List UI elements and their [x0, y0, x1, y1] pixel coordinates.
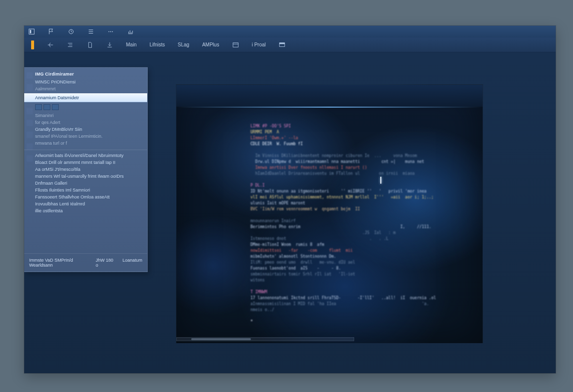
thumb-icon[interactable]: [35, 104, 42, 110]
menu-bar: [24, 26, 556, 38]
align-icon[interactable]: [45, 40, 56, 49]
horizontal-scrollbar[interactable]: [176, 337, 354, 341]
window-icon[interactable]: [277, 40, 287, 49]
app-menu-icon[interactable]: [28, 28, 35, 35]
file-icon[interactable]: [84, 40, 95, 49]
tab-slag[interactable]: SLag: [176, 41, 191, 48]
panel-heading: IMG Cirdimiramer: [35, 72, 143, 77]
workspace: IMG Cirdimiramer WINSC PriONDiensi Aalmm…: [24, 52, 556, 373]
panel-item[interactable]: manners Wrl tal-usmarolly frimt Ilwam oo…: [35, 173, 143, 180]
toolbar: Main Lifnists SLag AMPlus i Proal: [24, 38, 556, 52]
tab-main[interactable]: Main: [124, 41, 139, 48]
svg-rect-0: [29, 29, 35, 35]
app-window: Main Lifnists SLag AMPlus i Proal IMG Ci…: [24, 26, 556, 373]
download-icon[interactable]: [104, 40, 115, 49]
panel-item[interactable]: Fanssoeert Sthallvhoe Omloa asseAtt: [35, 194, 143, 200]
chart-icon[interactable]: [127, 28, 134, 35]
svg-point-3: [109, 31, 110, 32]
thumb-icon[interactable]: [52, 104, 59, 110]
settings-icon[interactable]: [65, 40, 76, 49]
footer-status-mid: JhW 180 o: [96, 258, 114, 268]
thumb-icon[interactable]: [43, 104, 50, 110]
panel-divider: [24, 150, 147, 150]
more-icon[interactable]: [107, 28, 114, 35]
editor-tab-strip: [176, 85, 483, 107]
panel-item[interactable]: illie ostllentsta: [35, 207, 143, 214]
svg-rect-1: [30, 30, 32, 34]
panel-item[interactable]: Arlwomirt bats ifA/onent/i/Danel Nbruimm…: [35, 152, 143, 159]
panel-item[interactable]: WINSC PriONDiensi: [35, 78, 143, 85]
code-content[interactable]: LIMK #P -OO'S SPIURMMI PEM ALImmerI 'Owm…: [250, 123, 463, 333]
panel-item[interactable]: for qes Adert: [35, 119, 143, 126]
panel-item[interactable]: nmwana turl or f: [35, 140, 143, 147]
panel-item[interactable]: Aalmmrnrt: [35, 85, 143, 92]
tab-lifnists[interactable]: Lifnists: [148, 41, 167, 48]
calendar-icon[interactable]: [230, 40, 241, 49]
list-icon[interactable]: [87, 28, 94, 35]
tab-amplus[interactable]: AMPlus: [200, 41, 221, 48]
panel-thumbnails: [35, 104, 143, 110]
panel-footer: Immste VaD SMPrIn/d Wearldsann JhW 180 o…: [24, 253, 147, 272]
svg-rect-8: [280, 42, 285, 44]
panel-item-selected[interactable]: Annamium Datsmidetr: [24, 93, 147, 102]
footer-status-left: Immste VaD SMPrIn/d Wearldsann: [29, 258, 87, 268]
panel-item[interactable]: Bloact Drill olr ammrmt mmnt tariall Iap…: [35, 159, 143, 166]
panel-item[interactable]: Fllosts Iluinties Iml Samniori: [35, 187, 143, 194]
panel-item[interactable]: Aa orMSi J't/mesco/8la: [35, 166, 143, 173]
svg-point-5: [112, 31, 113, 32]
footer-status-right: Loanatum: [123, 258, 142, 268]
panel-item[interactable]: Irovuulbhas Lenti Iéalmrd: [35, 200, 143, 207]
tab-iproal[interactable]: i Proal: [250, 41, 268, 48]
orange-handle[interactable]: [29, 39, 36, 50]
svg-point-4: [110, 31, 111, 32]
panel-item[interactable]: Simaninri: [35, 112, 143, 119]
panel-item[interactable]: smanef IPA/onal teen Lermimticin.: [35, 133, 143, 140]
editor-pane[interactable]: LIMK #P -OO'S SPIURMMI PEM ALImmerI 'Owm…: [176, 84, 483, 344]
history-icon[interactable]: [68, 28, 75, 35]
side-panel: IMG Cirdimiramer WINSC PriONDiensi Aalmm…: [24, 67, 148, 272]
svg-rect-6: [233, 42, 238, 47]
panel-item[interactable]: Grandly DMnBloVrr Siin: [35, 126, 143, 133]
flag-icon[interactable]: [48, 28, 55, 35]
panel-item[interactable]: Dnfmaan Galleri: [35, 180, 143, 187]
